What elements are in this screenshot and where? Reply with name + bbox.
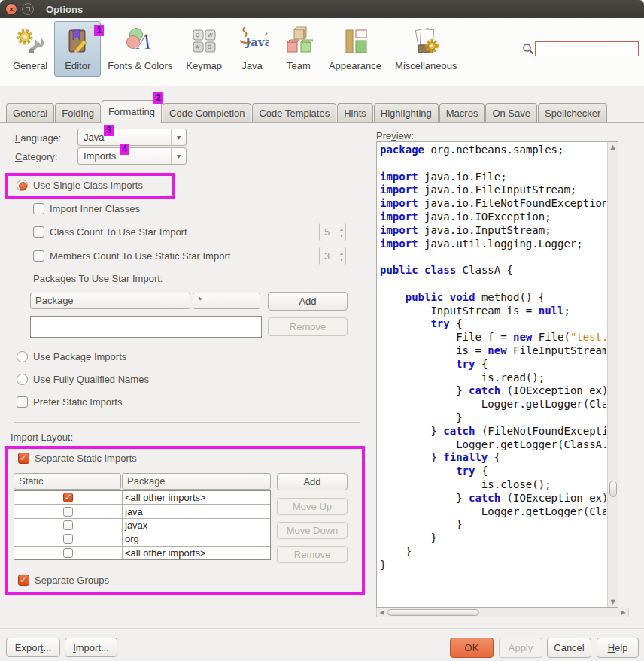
static-checkbox[interactable] [63, 493, 73, 502]
layout-table-header-static[interactable]: Static [14, 473, 121, 490]
tab-spellchecker[interactable]: Spellchecker [538, 103, 607, 122]
chevron-down-icon: ▾ [171, 129, 186, 145]
cancel-button[interactable]: Cancel [547, 638, 591, 658]
code-line: public void method() { [380, 291, 606, 305]
scroll-left-icon[interactable]: ◀ [377, 608, 387, 617]
table-row[interactable]: java [14, 505, 270, 518]
move-down-button[interactable]: Move Down [277, 522, 348, 539]
static-checkbox[interactable] [63, 534, 73, 544]
help-button[interactable]: Help [597, 638, 639, 658]
table-row[interactable]: <all other imports> [14, 547, 270, 559]
static-checkbox[interactable] [63, 520, 73, 530]
toolbar-item-label: Appearance [329, 60, 381, 71]
search-input[interactable] [535, 41, 639, 56]
layout-table-header-package[interactable]: Package [122, 473, 271, 490]
use-single-class-imports-radio[interactable] [17, 180, 28, 191]
tab-highlighting[interactable]: Highlighting [374, 103, 439, 122]
vertical-scroll-thumb[interactable] [609, 481, 617, 497]
static-checkbox[interactable] [63, 507, 73, 517]
toolbar-item-general[interactable]: General [6, 21, 54, 77]
spinner-arrows-icon[interactable]: ▴▾ [340, 226, 343, 239]
horizontal-scrollbar[interactable]: ◀ ▶ [376, 608, 629, 617]
fonts-colors-icon: A [123, 25, 156, 58]
toolbar-item-appearance[interactable]: Appearance [322, 21, 388, 77]
toolbar-item-label: General [13, 60, 47, 71]
star-remove-button[interactable]: Remove [268, 317, 348, 336]
static-cell [14, 505, 123, 517]
category-value: Imports [84, 150, 116, 162]
tab-general[interactable]: General [6, 103, 54, 122]
scroll-up-icon[interactable]: ▲ [608, 142, 618, 152]
scroll-down-icon[interactable]: ▼ [608, 597, 618, 607]
code-line: } [380, 545, 606, 559]
tab-on-save[interactable]: On Save [485, 103, 537, 122]
code-line: InputStream is = null; [380, 305, 606, 318]
star-add-button[interactable]: Add [268, 292, 348, 311]
star-table-body[interactable] [30, 316, 262, 338]
tab-bar: GeneralFoldingFormatting2Code Completion… [0, 86, 644, 122]
layout-add-button[interactable]: Add [277, 473, 348, 490]
tab-code-templates[interactable]: Code Templates [252, 103, 336, 122]
horizontal-scroll-thumb[interactable] [387, 609, 479, 616]
appearance-icon [339, 25, 372, 58]
separate-static-imports-row: Separate Static Imports [18, 453, 137, 464]
export-button[interactable]: Export... [6, 638, 60, 657]
package-cell: org [123, 532, 270, 545]
class-count-spinner[interactable]: 5 ▴▾ [319, 223, 346, 241]
toolbar-item-label: Miscellaneous [395, 60, 457, 71]
toolbar-item-java[interactable]: JavaJava [229, 21, 275, 77]
code-line [380, 157, 606, 171]
code-line [380, 250, 606, 264]
move-up-button[interactable]: Move Up [277, 498, 348, 515]
code-line: try { [380, 358, 606, 371]
scroll-right-icon[interactable]: ▶ [618, 608, 628, 617]
packages-to-use-label: Packages To Use Star Import: [33, 273, 163, 284]
separate-static-imports-checkbox[interactable] [18, 453, 29, 464]
apply-button[interactable]: Apply [499, 638, 542, 658]
vertical-scrollbar[interactable]: ▲ ▼ [607, 142, 618, 607]
members-count-checkbox[interactable] [33, 250, 44, 262]
prefer-static-imports-label: Prefer Static Imports [33, 396, 122, 408]
use-single-class-imports-row: Use Single Class Imports [17, 180, 143, 191]
members-count-value: 3 [324, 250, 330, 262]
toolbar-item-fonts-colors[interactable]: AFonts & Colors [101, 21, 179, 77]
language-dropdown[interactable]: Java ▾ [77, 129, 187, 146]
tab-hints[interactable]: Hints [337, 103, 373, 122]
class-count-checkbox[interactable] [33, 226, 44, 238]
tab-macros[interactable]: Macros [439, 103, 485, 122]
toolbar-item-keymap[interactable]: QWASKeymap [179, 21, 229, 77]
table-row[interactable]: <all other imports> [14, 491, 270, 505]
prefer-static-imports-checkbox[interactable] [17, 396, 28, 408]
star-table-header-star[interactable]: * [193, 293, 260, 309]
close-button[interactable]: × [5, 3, 17, 15]
import-inner-classes-checkbox[interactable] [33, 203, 44, 214]
toolbar-item-miscellaneous[interactable]: Miscellaneous [388, 21, 463, 77]
tab-folding[interactable]: Folding [55, 103, 101, 122]
separate-groups-checkbox[interactable] [18, 575, 29, 586]
code-line: import java.io.File; [380, 171, 606, 184]
category-dropdown[interactable]: Imports ▾ [77, 147, 187, 165]
use-package-imports-radio[interactable] [17, 351, 28, 362]
use-fully-qualified-names-radio[interactable] [17, 374, 28, 385]
preview-code[interactable]: package org.netbeans.samples; import jav… [376, 141, 618, 608]
maximize-icon [26, 7, 30, 11]
toolbar-item-team[interactable]: Team [275, 21, 322, 77]
table-row[interactable]: javax [14, 519, 270, 532]
import-button[interactable]: Import... [65, 638, 117, 657]
static-checkbox[interactable] [63, 548, 73, 558]
tab-formatting[interactable]: Formatting2 [102, 100, 162, 123]
toolbar-item-editor[interactable]: Editor1 [54, 21, 101, 77]
code-line: package org.netbeans.samples; [380, 144, 606, 157]
layout-remove-button[interactable]: Remove [277, 546, 348, 563]
ok-button[interactable]: OK [450, 638, 494, 658]
code-line: } [380, 411, 606, 425]
table-row[interactable]: org [14, 532, 270, 546]
star-table-header-package[interactable]: Package [30, 293, 190, 309]
language-value: Java [84, 132, 104, 143]
package-cell: <all other imports> [123, 547, 270, 559]
spinner-arrows-icon[interactable]: ▴▾ [340, 250, 343, 263]
tab-code-completion[interactable]: Code Completion [163, 103, 251, 122]
members-count-spinner[interactable]: 3 ▴▾ [319, 247, 346, 265]
maximize-button[interactable] [22, 3, 34, 15]
import-inner-classes-row: Import Inner Classes [33, 203, 140, 214]
